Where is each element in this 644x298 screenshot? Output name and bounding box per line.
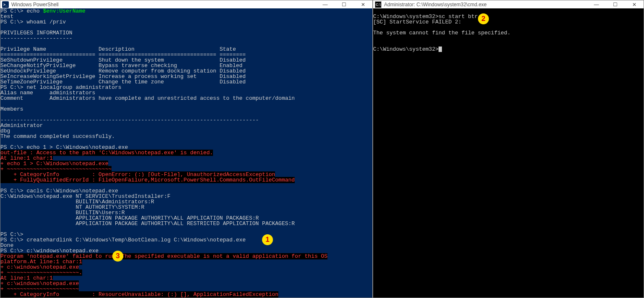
annotation-bubble-1: 1 [262,234,273,245]
terminal-line: PS C:\> echo $env:UserName [0,8,372,14]
terminal-line: C:\Windows\system32> [373,47,644,52]
terminal-line: Administrator [0,123,372,128]
powershell-title: Windows PowerShell [11,2,316,8]
terminal-text: PS C:\> [0,19,26,25]
terminal-line: The system cannot find the file specifie… [373,30,644,36]
terminal-text: echo [26,8,43,14]
cmd-titlebar[interactable]: C:\ Administrator: C:\Windows\system32\c… [373,0,644,8]
terminal-text: /priv [49,19,66,25]
minimize-button[interactable]: — [316,0,335,8]
terminal-text: ---------------------- [0,35,73,41]
terminal-line: The command completed successfully. [0,134,372,139]
terminal-text: The command completed successfully. [0,133,115,140]
terminal-line: PS C:\> whoami /priv [0,19,372,25]
powershell-terminal[interactable]: PS C:\> echo $env:UserNametestPS C:\> wh… [0,8,372,298]
terminal-text: C:\Windows\system32> [373,46,439,52]
minimize-button[interactable]: — [587,0,606,8]
terminal-line: + CategoryInfo : ResourceUnavailable: (:… [0,292,372,297]
terminal-text: APPLICATION PACKAGE AUTHORITY\ALL RESTRI… [0,220,295,227]
terminal-text: The system cannot find the file specifie… [373,30,511,36]
terminal-text: [SC] StartService FAILED 2: [373,19,462,25]
powershell-window: >_ Windows PowerShell — ☐ ✕ PS C:\> echo… [0,0,373,298]
cmd-window-controls: — ☐ ✕ [587,0,644,8]
terminal-text: + FullyQualifiedErrorId : FileOpenFailur… [0,177,295,183]
terminal-text: Comment Administrators have complete and… [0,95,295,101]
powershell-icon: >_ [2,1,9,8]
terminal-text: C:\Windows\Temp\BootClean.log C:\Windows… [75,237,246,243]
terminal-line [0,226,372,232]
terminal-line [373,36,644,41]
terminal-text: $env:UserName [43,8,85,14]
terminal-text: The specified executable is not a valid … [122,253,327,259]
terminal-line: PS C:\> createhardlink C:\Windows\Temp\B… [0,237,372,243]
close-button[interactable]: ✕ [625,0,644,8]
annotation-bubble-3: 3 [112,251,123,262]
terminal-line: + ~~~~~~~~~~~~~~~~~~~~~~. [0,270,372,275]
terminal-text: + CategoryInfo : ResourceUnavailable: (:… [0,291,278,298]
terminal-text: whoami [26,19,49,25]
close-button[interactable]: ✕ [353,0,372,8]
cmd-title: Administrator: C:\Windows\system32\cmd.e… [384,2,587,8]
cmd-terminal[interactable]: C:\Windows\system32>sc start btr[SC] Sta… [373,8,644,298]
terminal-cursor [439,47,442,52]
maximize-button[interactable]: ☐ [606,0,625,8]
terminal-line: Members [0,106,372,112]
powershell-window-controls: — ☐ ✕ [316,0,372,8]
terminal-line: [SC] StartService FAILED 2: [373,19,644,25]
terminal-line: + FullyQualifiedErrorId : FileOpenFailur… [0,177,372,183]
cmd-window: C:\ Administrator: C:\Windows\system32\c… [373,0,644,298]
terminal-line: ----------------------------------------… [0,117,372,123]
powershell-titlebar[interactable]: >_ Windows PowerShell — ☐ ✕ [0,0,372,8]
terminal-text: Members [0,106,23,112]
maximize-button[interactable]: ☐ [335,0,353,8]
terminal-line: APPLICATION PACKAGE AUTHORITY\ALL RESTRI… [0,221,372,226]
terminal-line: out-file : Access to the path 'C:\Window… [0,150,372,155]
terminal-line [0,101,372,106]
annotation-bubble-2: 2 [478,13,489,24]
cmd-icon: C:\ [375,1,382,8]
terminal-text: createhardlink [26,237,75,243]
terminal-line: Comment Administrators have complete and… [0,96,372,101]
terminal-line: ---------------------- [0,36,372,41]
